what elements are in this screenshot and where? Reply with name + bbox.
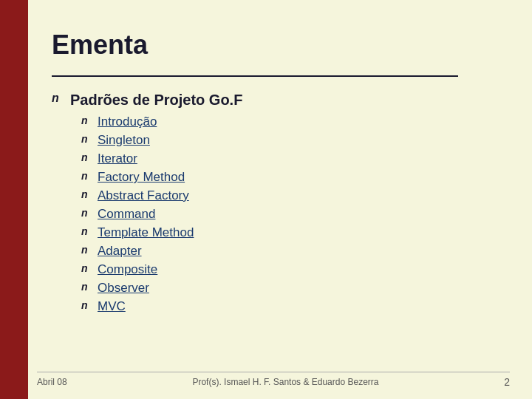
sub-bullet: n (81, 133, 92, 145)
list-item: nIntrodução (81, 115, 495, 129)
footer-right: 2 (504, 376, 510, 388)
sub-item-label: Singleton (98, 133, 150, 148)
main-item: n Padrões de Projeto Go.F (52, 92, 495, 109)
sub-item-label: Observer (98, 281, 149, 296)
main-bullet: n (52, 92, 63, 105)
sub-list: nIntroduçãonSingletonnIteratornFactory M… (81, 115, 495, 314)
sub-bullet: n (81, 188, 92, 200)
sub-item-label: Introdução (98, 115, 157, 129)
list-item: nTemplate Method (81, 225, 495, 240)
sub-item-label: Abstract Factory (98, 188, 189, 203)
sub-item-label: Command (98, 207, 155, 222)
slide-title: Ementa (52, 30, 495, 61)
slide: Ementa n Padrões de Projeto Go.F nIntrod… (0, 0, 532, 399)
footer-left: Abril 08 (37, 377, 67, 387)
sub-item-label: Template Method (98, 225, 194, 240)
sub-bullet: n (81, 151, 92, 163)
sub-bullet: n (81, 281, 92, 293)
sub-bullet: n (81, 225, 92, 237)
footer: Abril 08 Prof(s). Ismael H. F. Santos & … (37, 372, 510, 388)
sub-bullet: n (81, 299, 92, 311)
list-item: nAdapter (81, 244, 495, 259)
sub-item-label: Iterator (98, 151, 137, 166)
main-item-label: Padrões de Projeto Go.F (70, 92, 242, 109)
sub-item-label: Factory Method (98, 170, 185, 185)
sub-item-label: Adapter (98, 244, 142, 259)
list-item: nIterator (81, 151, 495, 166)
footer-center: Prof(s). Ismael H. F. Santos & Eduardo B… (192, 377, 378, 387)
list-item: nMVC (81, 299, 495, 314)
sub-bullet: n (81, 262, 92, 274)
sub-item-label: MVC (98, 299, 126, 314)
sub-bullet: n (81, 170, 92, 182)
list-item: nSingleton (81, 133, 495, 148)
list-item: nCommand (81, 207, 495, 222)
left-bar (0, 0, 28, 399)
list-item: nAbstract Factory (81, 188, 495, 203)
list-item: nComposite (81, 262, 495, 277)
sub-bullet: n (81, 207, 92, 219)
list-item: nObserver (81, 281, 495, 296)
sub-item-label: Composite (98, 262, 157, 277)
title-underline (52, 75, 458, 77)
list-item: nFactory Method (81, 170, 495, 185)
sub-bullet: n (81, 115, 92, 126)
content: Ementa n Padrões de Projeto Go.F nIntrod… (52, 30, 495, 314)
sub-bullet: n (81, 244, 92, 256)
